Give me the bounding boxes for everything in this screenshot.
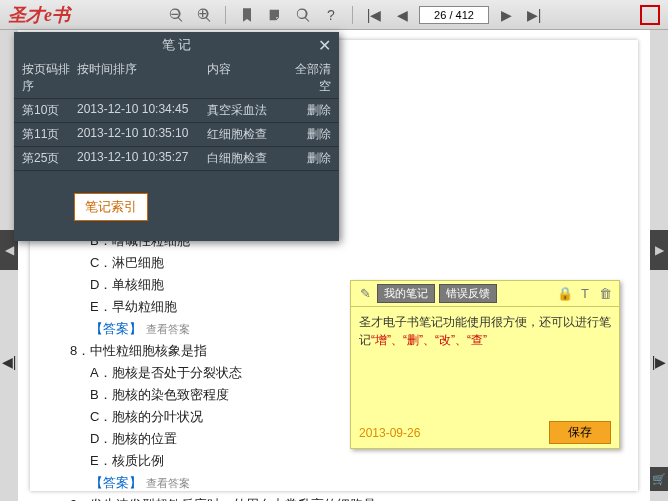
- answer-label: 【答案】: [90, 475, 142, 490]
- answer-label: 【答案】: [90, 321, 142, 336]
- notes-index-panel: 笔 记 ✕ 按页码排序 按时间排序 内容 全部清空 第10页 2013-12-1…: [14, 32, 339, 241]
- last-arrow-button[interactable]: |▶: [650, 350, 668, 374]
- option-line: A．胞核是否处于分裂状态: [90, 362, 376, 384]
- note-icon[interactable]: [264, 4, 286, 26]
- option-line: E．核质比例: [90, 450, 376, 472]
- sticky-body[interactable]: 圣才电子书笔记功能使用很方便，还可以进行笔记“增”、“删”、“改”、“查”: [351, 307, 619, 417]
- zoom-out-icon[interactable]: [165, 4, 187, 26]
- option-line: C．胞核的分叶状况: [90, 406, 376, 428]
- pencil-icon[interactable]: ✎: [357, 286, 373, 302]
- app-logo: 圣才e书: [8, 3, 70, 27]
- sort-by-time[interactable]: 按时间排序: [77, 61, 207, 95]
- bookmark-icon[interactable]: [236, 4, 258, 26]
- close-icon[interactable]: ✕: [318, 36, 331, 55]
- delete-button[interactable]: 删除: [291, 102, 331, 119]
- sort-by-page[interactable]: 按页码排序: [22, 61, 77, 95]
- first-arrow-button[interactable]: ◀|: [0, 350, 18, 374]
- sticky-toolbar: ✎ 我的笔记 错误反馈 🔒 T 🗑: [351, 281, 619, 307]
- note-row[interactable]: 第25页 2013-12-10 10:35:27 白细胞检查 删除: [14, 147, 339, 171]
- view-answer-link[interactable]: 查看答案: [146, 323, 190, 335]
- notes-index-callout: 笔记索引: [74, 193, 148, 221]
- sticky-date: 2013-09-26: [359, 426, 541, 440]
- next-page-icon[interactable]: ▶: [495, 4, 517, 26]
- document-content: B．嗜碱性粒细胞 C．淋巴细胞 D．单核细胞 E．早幼粒细胞 【答案】 查看答案…: [90, 230, 376, 501]
- question-line: 9．发生速发型超敏反应时，外周血中常升高的细胞是: [70, 494, 376, 501]
- option-line: C．淋巴细胞: [90, 252, 376, 274]
- my-notes-button[interactable]: 我的笔记: [377, 284, 435, 303]
- search-icon[interactable]: [292, 4, 314, 26]
- option-line: D．胞核的位置: [90, 428, 376, 450]
- notes-panel-title: 笔 记 ✕: [14, 32, 339, 58]
- question-line: 8．中性粒细胞核象是指: [70, 340, 376, 362]
- page-indicator[interactable]: 26 / 412: [419, 6, 489, 24]
- prev-page-icon[interactable]: ◀: [391, 4, 413, 26]
- lock-icon[interactable]: 🔒: [557, 286, 573, 302]
- save-button[interactable]: 保存: [549, 421, 611, 444]
- clear-all-button[interactable]: 全部清空: [291, 61, 331, 95]
- delete-button[interactable]: 删除: [291, 150, 331, 167]
- last-page-icon[interactable]: ▶|: [523, 4, 545, 26]
- note-row[interactable]: 第10页 2013-12-10 10:34:45 真空采血法 删除: [14, 99, 339, 123]
- fullscreen-toggle-icon[interactable]: [640, 5, 660, 25]
- note-row[interactable]: 第11页 2013-12-10 10:35:10 红细胞检查 删除: [14, 123, 339, 147]
- notes-header-row: 按页码排序 按时间排序 内容 全部清空: [14, 58, 339, 99]
- right-sidebar: ▶ |▶ 🛒: [650, 30, 668, 501]
- first-page-icon[interactable]: |◀: [363, 4, 385, 26]
- view-answer-link[interactable]: 查看答案: [146, 477, 190, 489]
- sticky-note: ✎ 我的笔记 错误反馈 🔒 T 🗑 圣才电子书笔记功能使用很方便，还可以进行笔记…: [350, 280, 620, 449]
- zoom-in-icon[interactable]: [193, 4, 215, 26]
- option-line: B．胞核的染色致密程度: [90, 384, 376, 406]
- help-icon[interactable]: ?: [320, 4, 342, 26]
- cart-icon[interactable]: 🛒: [650, 467, 668, 491]
- option-line: D．单核细胞: [90, 274, 376, 296]
- trash-icon[interactable]: 🗑: [597, 286, 613, 302]
- error-feedback-button[interactable]: 错误反馈: [439, 284, 497, 303]
- col-content: 内容: [207, 61, 291, 95]
- option-line: E．早幼粒细胞: [90, 296, 376, 318]
- top-toolbar: 圣才e书 ? |◀ ◀ 26 / 412 ▶ ▶|: [0, 0, 668, 30]
- text-tool-icon[interactable]: T: [577, 286, 593, 302]
- next-arrow-button[interactable]: ▶: [650, 230, 668, 270]
- delete-button[interactable]: 删除: [291, 126, 331, 143]
- callout-arrow-icon: [94, 171, 110, 185]
